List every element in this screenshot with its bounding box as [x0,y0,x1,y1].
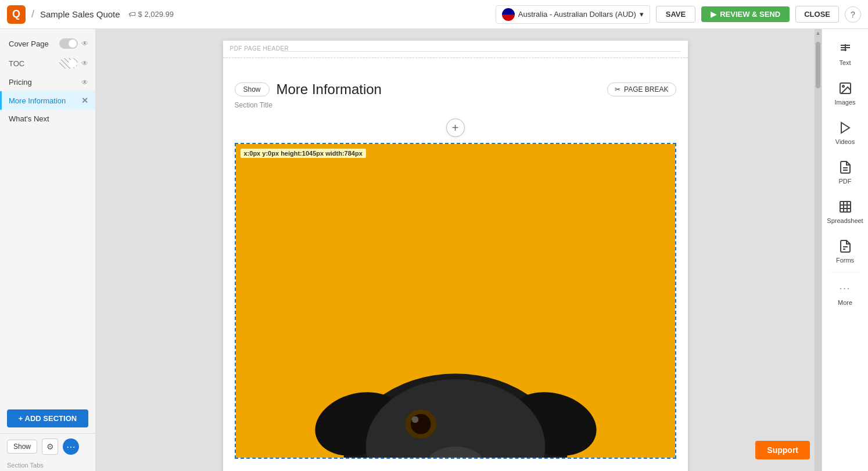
toc-toggle[interactable] [59,58,78,69]
page-break-button[interactable]: ✂ PAGE BREAK [607,82,676,96]
svg-marker-15 [841,123,849,133]
sidebar-label-toc: TOC [9,59,56,68]
text-label: Text [839,59,851,66]
pdf-icon [837,159,853,175]
dim-h-prefix: height: [281,150,302,157]
pricing-eye-icon[interactable]: 👁 [81,78,88,87]
dog-image-svg [236,144,675,458]
spreadsheet-icon [837,199,853,215]
breadcrumb-slash: / [31,8,34,20]
pdf-label: PDF [839,178,852,185]
save-button[interactable]: SAVE [656,6,695,23]
price-value: $ 2,029.99 [138,10,174,19]
left-sidebar: Cover Page 👁 TOC 👁 Pricing 👁 More Inform… [0,29,96,471]
flag-icon [502,8,515,21]
spreadsheet-label: Spreadsheet [827,217,863,224]
help-button[interactable]: ? [845,6,861,23]
gear-button[interactable]: ⚙ [42,438,58,455]
scissors-icon: ✂ [615,85,620,94]
right-panel-spreadsheet[interactable]: Spreadsheet [822,192,868,231]
page-canvas: PDF PAGE HEADER Show More Information ✂ … [223,41,688,471]
section-menu-button[interactable]: ⋯ [63,438,79,455]
dim-y-value: 0px [268,150,279,157]
bottom-controls: Show ⚙ ⋯ [0,433,95,459]
show-section-button[interactable]: Show [235,82,270,96]
right-panel-images[interactable]: Images [822,73,868,113]
document-title: Sample Sales Quote [40,9,120,19]
dim-x-value: 0px [249,150,260,157]
videos-icon [837,120,853,136]
app-logo: Q [7,5,26,24]
support-button[interactable]: Support [755,441,810,459]
sidebar-item-toc[interactable]: TOC 👁 [0,53,95,73]
add-section-button[interactable]: + ADD SECTION [7,409,88,427]
main-content: PDF PAGE HEADER Show More Information ✂ … [96,29,815,471]
section-tabs-label: Section Tabs [0,459,95,471]
scroll-thumb[interactable] [816,42,820,88]
sidebar-label-more-information: More Information [9,96,78,105]
toc-eye-icon[interactable]: 👁 [81,59,88,67]
image-dimensions-label: x:0px y:0px height:1045px width:784px [241,149,366,158]
locale-chevron-icon: ▾ [640,10,644,19]
pdf-header-label: PDF PAGE HEADER [230,45,289,52]
section-title-sub: Section Title [235,101,676,109]
topbar: Q / Sample Sales Quote 🏷 $ 2,029.99 Aust… [0,0,868,29]
videos-label: Videos [835,138,855,145]
right-panel-pdf[interactable]: PDF [822,152,868,192]
right-panel-forms[interactable]: Forms [822,231,868,271]
image-block[interactable]: x:0px y:0px height:1045px width:784px [235,143,676,459]
cover-page-eye-icon[interactable]: 👁 [81,39,88,48]
right-panel-text[interactable]: Text [822,34,868,73]
sidebar-nav: Cover Page 👁 TOC 👁 Pricing 👁 More Inform… [0,29,95,404]
sidebar-item-more-information[interactable]: More Information ✕ [0,91,95,110]
images-label: Images [834,99,855,106]
sidebar-label-pricing: Pricing [9,78,78,87]
more-label: More [838,299,852,306]
main-layout: Cover Page 👁 TOC 👁 Pricing 👁 More Inform… [0,29,868,471]
dim-y-prefix: y: [262,150,268,157]
right-panel: Text Images Videos [822,29,868,471]
dim-width-value: 784px [345,150,363,157]
dim-x-prefix: x: [244,150,250,157]
panel-divider [831,272,859,272]
cover-page-toggle[interactable] [59,38,78,49]
sidebar-item-cover-page[interactable]: Cover Page 👁 [0,34,95,53]
svg-point-7 [411,416,418,423]
close-button[interactable]: CLOSE [795,6,839,23]
images-icon [837,80,853,96]
price-tag-icon: 🏷 [128,10,136,19]
right-panel-videos[interactable]: Videos [822,113,868,152]
more-icon: ··· [837,281,853,297]
more-info-close-icon[interactable]: ✕ [81,96,88,105]
add-block-button[interactable]: + [446,118,465,137]
sidebar-label-cover-page: Cover Page [9,39,56,48]
svg-rect-18 [840,202,851,212]
sidebar-item-pricing[interactable]: Pricing 👁 [0,73,95,91]
pdf-header-line [281,51,681,52]
send-icon: ▶ [711,10,716,19]
section-show-button[interactable]: Show [7,440,37,454]
sidebar-label-whats-next: What's Next [9,114,88,123]
forms-icon [837,238,853,254]
show-row: Show More Information ✂ PAGE BREAK [235,81,676,98]
section-heading: More Information [277,81,600,98]
scroll-up-arrow[interactable]: ▲ [815,30,821,36]
dim-height-value: 1045px [302,150,324,157]
sidebar-item-whats-next[interactable]: What's Next [0,110,95,128]
right-panel-more[interactable]: ··· More [822,274,868,313]
section-content: Show More Information ✂ PAGE BREAK Secti… [223,58,688,470]
page-break-label: PAGE BREAK [624,85,668,94]
review-send-button[interactable]: ▶ REVIEW & SEND [701,6,790,22]
svg-point-14 [842,85,844,87]
locale-selector[interactable]: Australia - Australian Dollars (AUD) ▾ [496,5,650,24]
locale-label: Australia - Australian Dollars (AUD) [518,10,636,19]
forms-label: Forms [836,257,854,264]
text-icon [837,41,853,57]
scrollbar[interactable]: ▲ [815,29,822,471]
price-display: 🏷 $ 2,029.99 [128,10,174,19]
image-placeholder [236,144,675,458]
review-send-label: REVIEW & SEND [720,10,780,19]
dim-w-prefix: width: [325,150,344,157]
